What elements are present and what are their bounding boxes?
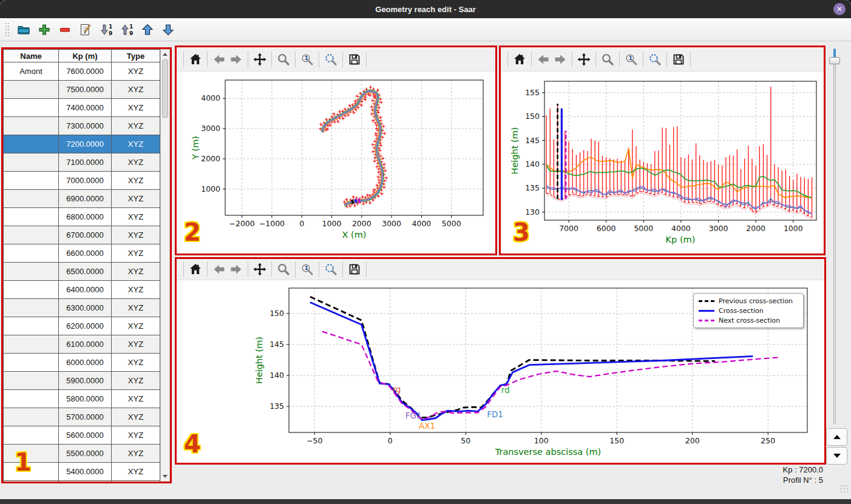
- toolbar-separator: [248, 52, 248, 67]
- table-row[interactable]: 5800.0000XYZ: [3, 390, 160, 408]
- toolbar-separator: [183, 261, 184, 277]
- annotation-label-2: 2: [184, 220, 201, 244]
- table-row[interactable]: 6800.0000XYZ: [3, 208, 160, 226]
- toolbar-separator: [248, 261, 248, 277]
- sort-down-19-icon[interactable]: 19: [97, 21, 115, 38]
- name-cell: [3, 481, 58, 482]
- table-row[interactable]: 7100.0000XYZ: [3, 153, 160, 172]
- zoom-one-icon[interactable]: 1: [299, 260, 316, 278]
- save-icon[interactable]: [346, 50, 363, 69]
- toolbar-separator: [595, 52, 596, 67]
- home-icon[interactable]: [511, 50, 528, 69]
- zoom-icon[interactable]: [599, 50, 616, 69]
- table-row[interactable]: 6400.0000XYZ: [3, 281, 160, 299]
- column-header[interactable]: Name: [3, 49, 58, 62]
- table-row[interactable]: 6000.0000XYZ: [3, 354, 160, 372]
- type-cell: XYZ: [111, 208, 160, 226]
- close-button[interactable]: ✕: [833, 3, 846, 15]
- table-row[interactable]: 6100.0000XYZ: [3, 335, 160, 354]
- table-row[interactable]: 6600.0000XYZ: [3, 244, 160, 263]
- next-profile-button[interactable]: [826, 447, 847, 465]
- table-row[interactable]: 5900.0000XYZ: [3, 372, 160, 390]
- table-row[interactable]: 7200.0000XYZ: [3, 135, 160, 153]
- table-row[interactable]: 6300.0000XYZ: [3, 299, 160, 317]
- x-axis-label: Kp (m): [666, 235, 696, 244]
- table-row[interactable]: 6500.0000XYZ: [3, 263, 160, 281]
- zoom-one-icon[interactable]: 1: [299, 50, 316, 69]
- plan-view-plot[interactable]: −2000−1000010002000300040005000100020003…: [177, 72, 495, 254]
- zoom-one-icon[interactable]: 1: [623, 50, 640, 69]
- toolbar-separator: [572, 52, 572, 67]
- zoom-auto-icon[interactable]: [646, 50, 663, 69]
- type-cell: XYZ: [111, 190, 160, 208]
- home-icon[interactable]: [187, 260, 204, 278]
- resize-grip[interactable]: [840, 485, 849, 493]
- plus-icon[interactable]: [35, 21, 53, 38]
- column-header[interactable]: Type: [111, 49, 160, 62]
- pan-icon[interactable]: [251, 260, 268, 278]
- home-icon[interactable]: [187, 50, 204, 69]
- kp-cell: 5400.0000: [58, 463, 111, 481]
- table-row[interactable]: 5600.0000XYZ: [3, 426, 160, 445]
- svg-text:1000: 1000: [322, 219, 342, 228]
- table-row[interactable]: 7300.0000XYZ: [3, 117, 160, 135]
- type-cell: XYZ: [111, 117, 160, 135]
- forward-icon[interactable]: [228, 260, 245, 278]
- table-row[interactable]: 6200.0000XYZ: [3, 317, 160, 335]
- table-scrollbar[interactable]: [160, 49, 170, 482]
- zoom-icon[interactable]: [275, 50, 292, 69]
- pan-icon[interactable]: [575, 50, 592, 69]
- save-icon[interactable]: [670, 50, 687, 69]
- toolbar-separator: [271, 261, 272, 277]
- kp-cell: 7200.0000: [58, 135, 111, 153]
- table-row[interactable]: 5300.0000XYZ: [3, 481, 160, 482]
- table-row[interactable]: 6900.0000XYZ: [3, 190, 160, 208]
- kp-cell: 7000.0000: [58, 172, 111, 190]
- scroll-down-icon[interactable]: [161, 472, 169, 480]
- back-icon[interactable]: [211, 260, 228, 278]
- svg-text:50: 50: [461, 436, 470, 445]
- table-row[interactable]: 7400.0000XYZ: [3, 99, 160, 117]
- type-cell: XYZ: [111, 135, 160, 153]
- back-icon[interactable]: [211, 50, 228, 69]
- svg-text:155: 155: [525, 88, 540, 97]
- pan-icon[interactable]: [251, 50, 268, 69]
- table-row[interactable]: 7500.0000XYZ: [3, 81, 160, 99]
- name-cell: Amont: [3, 62, 58, 81]
- table-row[interactable]: 7000.0000XYZ: [3, 172, 160, 190]
- name-cell: [3, 190, 58, 208]
- edit-icon[interactable]: [76, 21, 95, 38]
- zoom-auto-icon[interactable]: [322, 50, 339, 69]
- profile-slider[interactable]: [833, 50, 836, 425]
- arrow-up-icon[interactable]: [138, 21, 157, 38]
- scroll-up-icon[interactable]: [161, 50, 169, 58]
- table-row[interactable]: 5700.0000XYZ: [3, 408, 160, 426]
- back-icon[interactable]: [535, 50, 552, 69]
- y-axis-label: Height (m): [254, 337, 264, 384]
- status-kp: Kp : 7200.0: [726, 465, 823, 474]
- toolbar-separator: [319, 261, 319, 277]
- cross-section-panel: 1 −50050100150200250135140145150Transver…: [177, 259, 824, 463]
- previous-profile-button[interactable]: [826, 428, 847, 446]
- table-scrollbar-thumb[interactable]: [162, 59, 168, 118]
- forward-icon[interactable]: [552, 50, 569, 69]
- long-profile-plot[interactable]: 7000600050004000300020001000130135140145…: [501, 72, 824, 254]
- forward-icon[interactable]: [228, 50, 245, 69]
- app-window: Geometry reach edit - Saar ✕ 1919 NameKp…: [0, 0, 851, 504]
- name-cell: [3, 335, 58, 354]
- table-row[interactable]: Amont7600.0000XYZ: [3, 62, 160, 81]
- profile-slider-handle[interactable]: [829, 57, 840, 64]
- kp-cell: 6300.0000: [58, 299, 111, 317]
- zoom-icon[interactable]: [275, 260, 292, 278]
- type-cell: XYZ: [111, 99, 160, 117]
- sort-up-19-icon[interactable]: 19: [118, 21, 136, 38]
- toolbar-drag-handle[interactable]: [5, 22, 10, 38]
- minus-icon[interactable]: [56, 21, 74, 38]
- arrow-down-icon[interactable]: [159, 21, 177, 38]
- toolbar-separator: [342, 52, 343, 67]
- folder-icon[interactable]: [15, 21, 33, 38]
- save-icon[interactable]: [346, 260, 363, 278]
- zoom-auto-icon[interactable]: [322, 260, 339, 278]
- column-header[interactable]: Kp (m): [58, 49, 111, 62]
- table-row[interactable]: 6700.0000XYZ: [3, 226, 160, 244]
